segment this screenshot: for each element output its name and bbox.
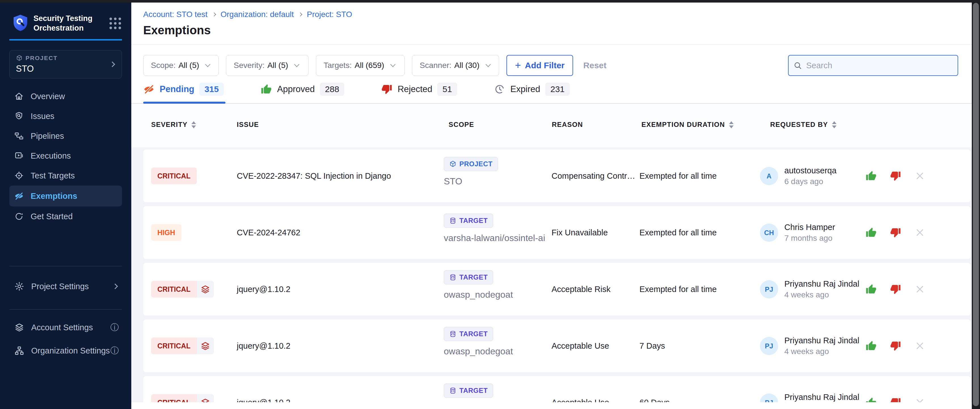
page-scrollbar[interactable] bbox=[972, 0, 980, 409]
column-header-scope: SCOPE bbox=[449, 120, 474, 128]
table-header: SEVERITY ISSUE SCOPE REASON EXEMPTION DU… bbox=[131, 104, 972, 147]
close-icon bbox=[914, 227, 926, 238]
column-header-severity[interactable]: SEVERITY bbox=[151, 120, 196, 128]
tab-approved[interactable]: Approved 288 bbox=[261, 83, 344, 103]
page-title: Exemptions bbox=[131, 19, 972, 37]
eye-off-icon bbox=[143, 84, 154, 95]
add-filter-button[interactable]: + Add Filter bbox=[506, 55, 573, 76]
search-input[interactable] bbox=[788, 55, 958, 76]
reject-button[interactable] bbox=[889, 283, 902, 295]
scanner-filter-dropdown[interactable]: Scanner: All (30) bbox=[412, 55, 499, 76]
dismiss-button[interactable] bbox=[914, 339, 926, 352]
column-header-requested-by[interactable]: REQUESTED BY bbox=[770, 120, 837, 128]
reject-button[interactable] bbox=[889, 339, 902, 352]
sidebar-item-test-targets[interactable]: Test Targets bbox=[0, 166, 131, 185]
approve-button[interactable] bbox=[865, 226, 877, 239]
sidebar-item-pipelines[interactable]: Pipelines bbox=[0, 126, 131, 146]
approve-button[interactable] bbox=[865, 283, 877, 295]
sidebar-nav: Overview Issues Pipelines Executions Tes… bbox=[0, 86, 131, 226]
targets-filter-dropdown[interactable]: Targets: All (659) bbox=[316, 55, 405, 76]
reject-button[interactable] bbox=[889, 396, 902, 402]
table-row[interactable]: CRITICAL jquery@1.10.2 TARGET owasp_node… bbox=[143, 376, 970, 402]
table-row[interactable]: CRITICAL jquery@1.10.2 TARGET owasp_node… bbox=[143, 263, 970, 315]
exemption-reason: Acceptable Risk bbox=[552, 285, 611, 294]
close-icon bbox=[914, 170, 926, 182]
scope-type-badge: TARGET bbox=[444, 384, 493, 398]
tab-expired[interactable]: Expired 231 bbox=[494, 83, 570, 103]
filter-label: Severity: bbox=[234, 61, 264, 70]
scope-type-badge: TARGET bbox=[444, 327, 493, 341]
severity-filter-dropdown[interactable]: Severity: All (5) bbox=[226, 55, 309, 76]
exemption-reason: Compensating Contr… bbox=[552, 171, 635, 181]
filter-label: Scanner: bbox=[420, 61, 452, 70]
exemption-reason: Fix Unavailable bbox=[552, 228, 608, 237]
approve-button[interactable] bbox=[865, 170, 877, 182]
main-content: Account: STO test Organization: default … bbox=[131, 3, 972, 409]
tab-rejected[interactable]: Rejected 51 bbox=[381, 83, 457, 103]
issue-name: jquery@1.10.2 bbox=[237, 341, 290, 350]
breadcrumb-organization-link[interactable]: Organization: default bbox=[221, 10, 294, 19]
table-row[interactable]: CRITICAL CVE-2022-28347: SQL Injection i… bbox=[143, 149, 970, 202]
thumb-up-icon bbox=[865, 227, 877, 238]
grouped-occurrences-icon bbox=[197, 394, 214, 403]
requester-name: Priyanshu Raj Jindal bbox=[784, 279, 859, 289]
plus-icon: + bbox=[515, 60, 521, 71]
requested-by-cell: PJ Priyanshu Raj Jindal 4 weeks ago bbox=[760, 336, 859, 356]
sidebar-item-executions[interactable]: Executions bbox=[0, 146, 131, 166]
close-icon bbox=[914, 397, 926, 402]
sidebar-item-exemptions[interactable]: Exemptions bbox=[10, 185, 122, 206]
thumb-up-icon bbox=[865, 397, 877, 402]
sidebar-item-label: Issues bbox=[30, 112, 54, 121]
home-icon bbox=[14, 92, 24, 101]
breadcrumb-project-link[interactable]: Project: STO bbox=[307, 10, 352, 19]
project-selector[interactable]: PROJECT STO bbox=[10, 50, 122, 78]
scope-filter-dropdown[interactable]: Scope: All (5) bbox=[143, 55, 219, 76]
module-title: Security Testing Orchestration bbox=[33, 14, 99, 33]
thumb-up-icon bbox=[865, 170, 877, 182]
scrollbar-thumb[interactable] bbox=[973, 3, 979, 406]
sidebar-item-account-settings[interactable]: Account Settings ⓘ bbox=[0, 317, 131, 337]
column-header-exemption-duration[interactable]: EXEMPTION DURATION bbox=[641, 120, 733, 128]
eye-off-icon bbox=[14, 191, 24, 201]
severity-badge: CRITICAL bbox=[151, 168, 197, 184]
thumb-down-icon bbox=[890, 284, 901, 295]
exemption-status-tabs: Pending 315 Approved 288 Rejected 51 Exp… bbox=[131, 78, 972, 104]
add-filter-label: Add Filter bbox=[525, 60, 565, 70]
scope-name: varsha-lalwani/ossintel-ai bbox=[444, 233, 545, 243]
requester-name: autostouserqa bbox=[784, 166, 837, 175]
sidebar-item-issues[interactable]: Issues bbox=[0, 106, 131, 126]
issue-name: CVE-2024-24762 bbox=[237, 228, 300, 237]
tab-count-badge: 231 bbox=[545, 83, 570, 96]
sidebar-item-get-started[interactable]: Get Started bbox=[0, 206, 131, 226]
breadcrumb-account-link[interactable]: Account: STO test bbox=[143, 10, 208, 19]
approve-button[interactable] bbox=[865, 396, 877, 402]
target-db-icon bbox=[449, 274, 457, 281]
sidebar-item-overview[interactable]: Overview bbox=[0, 86, 131, 106]
play-box-icon bbox=[14, 151, 24, 161]
reset-filters-link[interactable]: Reset bbox=[583, 60, 606, 70]
module-switcher-grid-icon[interactable] bbox=[110, 17, 121, 29]
chevron-right-icon bbox=[212, 13, 216, 16]
table-row[interactable]: CRITICAL jquery@1.10.2 TARGET owasp_node… bbox=[143, 320, 970, 372]
sort-icon bbox=[191, 121, 196, 128]
tab-count-badge: 51 bbox=[437, 83, 457, 96]
requested-time: 4 weeks ago bbox=[784, 347, 859, 356]
sidebar-item-organization-settings[interactable]: Organization Settings ⓘ bbox=[0, 341, 131, 361]
sidebar-item-label: Exemptions bbox=[30, 192, 77, 201]
dismiss-button[interactable] bbox=[914, 226, 926, 239]
approve-button[interactable] bbox=[865, 339, 877, 352]
dismiss-button[interactable] bbox=[914, 283, 926, 295]
dismiss-button[interactable] bbox=[914, 170, 926, 182]
sidebar-item-label: Project Settings bbox=[31, 282, 89, 291]
severity-badge: CRITICAL bbox=[151, 338, 214, 354]
sidebar-item-project-settings[interactable]: Project Settings bbox=[0, 276, 131, 296]
tab-pending[interactable]: Pending 315 bbox=[143, 83, 224, 103]
reject-button[interactable] bbox=[889, 170, 902, 182]
reject-button[interactable] bbox=[889, 226, 902, 239]
dismiss-button[interactable] bbox=[914, 396, 926, 402]
requested-by-cell: A autostouserqa 6 days ago bbox=[760, 166, 837, 186]
sidebar-item-label: Get Started bbox=[30, 212, 73, 221]
exemption-duration: Exempted for all time bbox=[640, 228, 717, 237]
scope-name: STO bbox=[444, 176, 498, 187]
table-row[interactable]: HIGH CVE-2024-24762 TARGET varsha-lalwan… bbox=[143, 206, 970, 259]
